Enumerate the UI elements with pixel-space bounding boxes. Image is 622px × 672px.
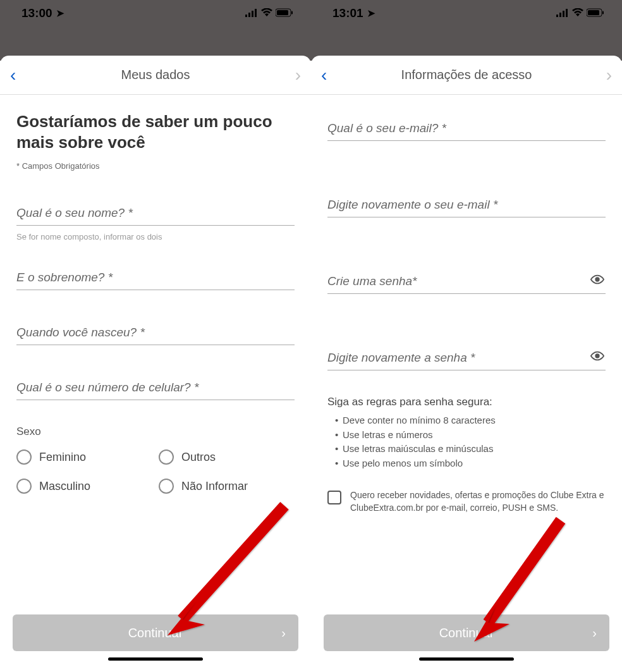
nav-title: Meus dados <box>121 68 190 82</box>
location-icon: ➤ <box>56 8 64 19</box>
gender-label: Sexo <box>16 425 295 438</box>
phone-input[interactable] <box>16 378 295 400</box>
location-icon: ➤ <box>367 8 375 19</box>
content: Siga as regras para senha segura: Deve c… <box>311 95 622 672</box>
required-note: * Campos Obrigatórios <box>16 161 295 171</box>
screen-informacoes-acesso: 13:01 ➤ ‹ Informações de acesso › <box>311 0 622 672</box>
name-input[interactable] <box>16 204 295 226</box>
home-indicator <box>419 657 514 661</box>
radio-icon <box>16 479 32 494</box>
rule-item: Deve conter no mínimo 8 caracteres <box>335 413 606 428</box>
status-time: 13:01 <box>332 6 363 20</box>
rules-list: Deve conter no mínimo 8 caracteres Use l… <box>327 413 606 470</box>
status-bar: 13:00 ➤ <box>0 0 311 27</box>
continue-label: Continuar <box>439 626 494 640</box>
continue-button[interactable]: Continuar › <box>324 614 609 651</box>
eye-icon[interactable] <box>590 272 604 289</box>
chevron-right-icon: › <box>281 626 286 640</box>
radio-outros[interactable]: Outros <box>159 449 295 465</box>
sheet: ‹ Informações de acesso › <box>311 56 622 672</box>
forward-button: › <box>593 65 612 85</box>
password-input[interactable] <box>327 272 606 294</box>
svg-rect-9 <box>563 11 564 17</box>
page-heading: Gostaríamos de saber um pouco mais sobre… <box>16 111 295 152</box>
sheet: ‹ Meus dados › Gostaríamos de saber um p… <box>0 56 311 672</box>
status-area: 13:00 ➤ <box>0 0 311 61</box>
newsletter-label: Quero receber novidades, ofertas e promo… <box>350 489 606 514</box>
surname-field-group <box>16 268 295 290</box>
chevron-right-icon: › <box>592 626 597 640</box>
radio-label: Masculino <box>39 480 90 493</box>
password-rules: Siga as regras para senha segura: Deve c… <box>327 396 606 470</box>
email-confirm-input[interactable] <box>327 195 606 217</box>
radio-nao-informar[interactable]: Não Informar <box>159 479 295 494</box>
svg-rect-10 <box>566 9 568 17</box>
name-field-group: Se for nome composto, informar os dois <box>16 204 295 241</box>
rule-item: Use letras e números <box>335 428 606 443</box>
continue-button[interactable]: Continuar › <box>13 614 298 651</box>
battery-icon <box>587 6 604 20</box>
rule-item: Use pelo menos um símbolo <box>335 456 606 471</box>
svg-point-15 <box>595 354 599 358</box>
surname-input[interactable] <box>16 268 295 290</box>
continue-label: Continuar <box>128 626 183 640</box>
status-bar: 13:01 ➤ <box>311 0 622 27</box>
home-indicator <box>108 657 203 661</box>
svg-rect-13 <box>602 11 604 15</box>
svg-rect-12 <box>588 10 599 15</box>
nav-title: Informações de acesso <box>401 68 532 82</box>
back-button[interactable]: ‹ <box>321 65 340 85</box>
radio-icon <box>159 449 174 465</box>
birthdate-field-group <box>16 323 295 345</box>
back-button[interactable]: ‹ <box>10 65 29 85</box>
radio-label: Outros <box>181 451 216 464</box>
forward-button: › <box>282 65 301 85</box>
password-confirm-field-group <box>327 348 606 370</box>
svg-rect-7 <box>556 15 558 17</box>
nav-header: ‹ Informações de acesso › <box>311 56 622 95</box>
radio-label: Feminino <box>39 451 86 464</box>
nav-header: ‹ Meus dados › <box>0 56 311 95</box>
eye-icon[interactable] <box>590 349 604 365</box>
email-input[interactable] <box>327 119 606 141</box>
battery-icon <box>276 6 293 20</box>
svg-rect-5 <box>277 10 288 15</box>
birthdate-input[interactable] <box>16 323 295 345</box>
status-time: 13:00 <box>21 6 52 20</box>
bottom-area: Continuar › <box>16 614 295 672</box>
svg-rect-6 <box>291 11 293 15</box>
email-confirm-field-group <box>327 195 606 217</box>
email-field-group <box>327 119 606 141</box>
radio-icon <box>159 479 174 494</box>
wifi-icon <box>261 6 272 20</box>
content: Gostaríamos de saber um pouco mais sobre… <box>0 95 311 672</box>
radio-icon <box>16 449 32 465</box>
radio-label: Não Informar <box>181 480 248 493</box>
svg-rect-8 <box>559 13 561 17</box>
wifi-icon <box>572 6 583 20</box>
rule-item: Use letras maiúsculas e minúsculas <box>335 442 606 456</box>
status-area: 13:01 ➤ <box>311 0 622 61</box>
signal-icon <box>556 6 569 20</box>
password-confirm-input[interactable] <box>327 348 606 370</box>
svg-rect-0 <box>245 15 247 17</box>
svg-rect-3 <box>255 9 257 17</box>
password-field-group <box>327 272 606 294</box>
screen-meus-dados: 13:00 ➤ ‹ Meus dados › Gostaríamos de sa… <box>0 0 311 672</box>
name-helper: Se for nome composto, informar os dois <box>16 232 295 241</box>
signal-icon <box>245 6 258 20</box>
bottom-area: Continuar › <box>327 614 606 672</box>
svg-rect-1 <box>248 13 250 17</box>
svg-point-14 <box>595 278 599 281</box>
newsletter-checkbox-row[interactable]: Quero receber novidades, ofertas e promo… <box>327 489 606 514</box>
rules-title: Siga as regras para senha segura: <box>327 396 606 408</box>
phone-field-group <box>16 378 295 400</box>
radio-feminino[interactable]: Feminino <box>16 449 152 465</box>
checkbox-icon <box>327 491 341 504</box>
svg-rect-2 <box>252 11 253 17</box>
radio-masculino[interactable]: Masculino <box>16 479 152 494</box>
gender-radio-group: Feminino Outros Masculino Não Informar <box>16 449 295 494</box>
